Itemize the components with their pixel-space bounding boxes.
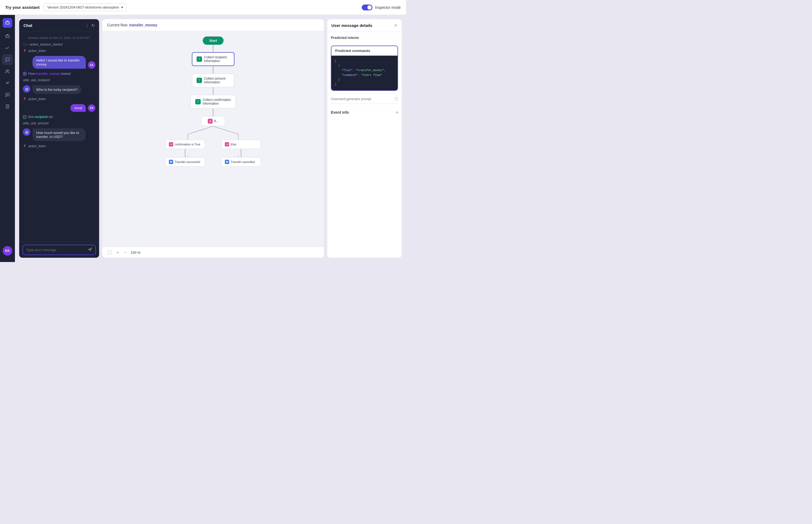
flow-connector <box>213 87 213 95</box>
topbar-right: Inspector mode <box>362 4 401 11</box>
command-generator-row: Command generator prompt ⓘ <box>331 95 398 104</box>
flow-header-prefix: Current flow: <box>107 23 128 27</box>
flow-connector <box>185 149 186 157</box>
collect-amount-label: Collect amountinformation <box>204 77 225 84</box>
flow-canvas[interactable]: Start ? Collect recipientinformation ? C… <box>102 31 324 247</box>
topbar: Try your assistant Version 20241204-0927… <box>0 0 406 15</box>
inspector-panel: User message details ✕ Predicted intents… <box>327 19 402 258</box>
svg-point-6 <box>7 36 7 37</box>
confirmation-true-label: confirmation is True <box>175 143 200 146</box>
main-layout: KK Chat ⋮ ↻ Session started on Dec 11, 2… <box>0 15 406 262</box>
event-text: action_listen <box>28 49 46 53</box>
flow-node-start: Start <box>203 36 224 45</box>
zoom-in-button[interactable]: + <box>116 249 120 256</box>
flow-node-confirmation-true[interactable]: confirmation is True <box>165 140 205 149</box>
transfer-cancelled-icon: 💬 <box>225 160 229 164</box>
flow-icon <box>23 72 27 76</box>
listen-icon2: 📍 <box>23 97 27 101</box>
sidebar-item-docs[interactable] <box>2 101 13 112</box>
list-item: Flow transfer_money started <box>23 71 95 76</box>
list-item: 📍 action_listen <box>23 144 95 149</box>
predicted-commands-code: [ { "flow": "transfer_money", "command":… <box>331 56 397 90</box>
slot-icon <box>23 115 26 119</box>
svg-marker-17 <box>24 73 26 75</box>
transfer-success-icon: 💬 <box>169 160 173 164</box>
bot-avatar: 🤖 <box>23 85 30 93</box>
sidebar-item-chat2[interactable] <box>2 89 13 100</box>
flow-node-transfer-cancelled[interactable]: 💬 Transfer cancelled <box>221 157 261 167</box>
chevron-down-icon: ▾ <box>396 110 398 114</box>
chat-messages: Session started on Dec 11, 2024, 11:12:5… <box>19 32 99 242</box>
flow-node-else[interactable]: Else <box>221 140 261 149</box>
send-button[interactable] <box>88 247 92 252</box>
zoom-out-button[interactable]: − <box>123 249 127 256</box>
expand-icon[interactable]: ⛶ <box>107 249 112 256</box>
flow-node-collect-amount[interactable]: ? Collect amountinformation <box>192 73 235 87</box>
chat-refresh-icon[interactable]: ↻ <box>91 23 95 28</box>
branch-left: confirmation is True 💬 Transfer successf… <box>165 140 205 167</box>
chevron-down-icon: ▾ <box>121 5 123 9</box>
version-label: Version 20241204-0927-dichotomic-absorpt… <box>47 5 119 9</box>
chat-input[interactable] <box>26 248 88 252</box>
list-item: 📍 action_listen <box>23 97 95 101</box>
flow-node-transfer-successful[interactable]: 💬 Transfer successful <box>165 157 205 167</box>
content-area: Chat ⋮ ↻ Session started on Dec 11, 2024… <box>15 15 406 262</box>
sidebar-item-bot[interactable] <box>2 31 13 42</box>
svg-rect-4 <box>5 35 9 37</box>
event-info-row[interactable]: Event info ▾ <box>331 108 398 117</box>
event-info-label: Event info <box>331 110 349 114</box>
flow-node-collect-confirmation[interactable]: ? Collect confirmationinformation <box>190 95 236 109</box>
chat-panel: Chat ⋮ ↻ Session started on Dec 11, 2024… <box>19 19 99 258</box>
chat-input-area <box>19 242 99 258</box>
flow-node-collect-recipient[interactable]: ? Collect recipientinformation <box>192 52 235 66</box>
predicted-commands-box: Predicted commands [ { "flow": "transfer… <box>331 46 398 91</box>
flow-connector <box>213 45 213 52</box>
utter-text2: utter_ask_amount <box>23 121 48 125</box>
user-avatar[interactable]: KK <box>3 246 12 256</box>
flow-connector <box>213 66 213 73</box>
chat-title: Chat <box>23 23 83 28</box>
predicted-intents-title: Predicted intents <box>331 36 398 40</box>
chat-more-icon[interactable]: ⋮ <box>85 23 89 28</box>
collect-confirmation-label: Collect confirmationinformation <box>203 98 231 105</box>
predicted-intents-section: Predicted intents <box>331 36 398 42</box>
user-bubble: Hello! I would like to transfer money <box>32 56 86 69</box>
event-text: action_listen <box>28 97 46 101</box>
flow-branch-area: confirmation is True 💬 Transfer successf… <box>162 126 264 187</box>
slot-name: recipient <box>34 115 48 119</box>
chat-header: Chat ⋮ ↻ <box>19 19 99 32</box>
bot-bubble2: How much would you like to transfer, in … <box>32 128 86 141</box>
session-start-text: Session started on Dec 11, 2024, 11:12:5… <box>23 36 95 39</box>
flow-panel: Current flow: transfer_money Start ? Col… <box>102 19 324 258</box>
sidebar-item-tools[interactable] <box>2 78 13 88</box>
list-item: 🤖 Who is the lucky recipient? <box>23 85 95 94</box>
flow-node-if[interactable]: If... <box>201 116 226 126</box>
info-icon: ⓘ <box>395 97 398 101</box>
version-select[interactable]: Version 20241204-0927-dichotomic-absorpt… <box>44 3 127 11</box>
list-item: Slot recipient set <box>23 114 95 119</box>
if-label: If... <box>214 119 219 123</box>
amal-bubble: Amal <box>70 104 86 112</box>
branch-right: Else 💬 Transfer cancelled <box>221 140 261 167</box>
sidebar-item-analytics[interactable] <box>2 43 13 53</box>
flow-name: transfer_money <box>36 72 60 76</box>
close-icon[interactable]: ✕ <box>394 23 397 28</box>
command-generator-label: Command generator prompt <box>331 97 371 101</box>
list-item: Hello! I would like to transfer money SA <box>23 56 95 69</box>
svg-rect-5 <box>7 34 8 35</box>
list-item: </> action_session_started <box>23 42 95 47</box>
flow-name-label: transfer_money <box>129 23 157 27</box>
sidebar-item-chat[interactable] <box>2 54 13 65</box>
condition-icon <box>169 142 173 146</box>
list-item: utter_ask_amount <box>23 121 95 126</box>
inspector-mode-toggle[interactable] <box>362 4 372 11</box>
event-text: action_listen <box>28 144 46 148</box>
transfer-successful-label: Transfer successful <box>175 160 200 163</box>
flow-header: Current flow: transfer_money <box>102 19 324 31</box>
sidebar-item-users[interactable] <box>2 66 13 77</box>
listen-icon3: 📍 <box>23 145 27 148</box>
list-item: 🤖 How much would you like to transfer, i… <box>23 128 95 141</box>
svg-point-8 <box>6 70 8 71</box>
sidebar-logo[interactable] <box>3 18 12 28</box>
inspector-title: User message details <box>331 23 394 28</box>
